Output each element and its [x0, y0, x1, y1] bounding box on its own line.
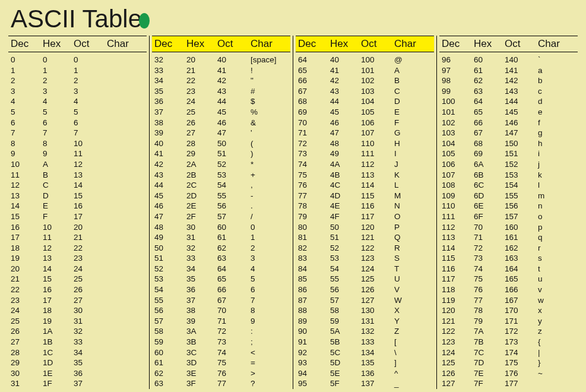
table-row: 6743103C: [296, 86, 434, 97]
cell-hex: 53: [330, 253, 361, 264]
table-row: 623E76>: [152, 368, 290, 379]
cell-dec: 15: [8, 211, 43, 222]
cell-dec: 120: [439, 305, 474, 316]
cell-hex: 5E: [330, 368, 361, 379]
cell-dec: 119: [439, 295, 474, 306]
table-row: 666: [8, 118, 147, 128]
cell-oct: 154: [505, 180, 538, 191]
cell-char: M: [394, 191, 401, 201]
cell-dec: 76: [296, 180, 330, 191]
table-row: 6541101A: [296, 65, 434, 76]
cell-char: ^: [394, 368, 398, 379]
cell-oct: 142: [505, 75, 538, 86]
cell-oct: 5: [74, 107, 107, 118]
cell-hex: B: [43, 170, 74, 181]
cell-hex: 6: [43, 118, 74, 128]
table-row: 603C74<: [152, 347, 290, 358]
cell-hex: 3: [43, 86, 74, 97]
cell-dec: 112: [439, 222, 474, 233]
cell-char: 1: [251, 232, 255, 243]
cell-hex: 1B: [43, 337, 74, 347]
table-row: 12C14: [8, 180, 147, 191]
cell-hex: 5D: [330, 358, 361, 368]
cell-hex: 28: [186, 138, 217, 149]
cell-dec: 37: [152, 107, 186, 118]
table-row: 281C34: [8, 347, 147, 358]
cell-dec: 64: [296, 55, 330, 65]
cell-dec: 106: [439, 159, 474, 170]
table-row: 432B53+: [152, 170, 290, 181]
cell-char: {: [538, 337, 541, 347]
cell-dec: 18: [8, 243, 43, 254]
cell-oct: 161: [505, 232, 538, 243]
table-row: 5436666: [152, 284, 290, 295]
cell-dec: 8: [8, 138, 43, 149]
cell-oct: 117: [361, 211, 394, 222]
cell-oct: 63: [217, 253, 251, 264]
cell-hex: 41: [330, 65, 361, 76]
cell-dec: 86: [296, 284, 330, 295]
cell-hex: 65: [474, 107, 505, 118]
table-row: 261A32: [8, 326, 147, 337]
cell-dec: 80: [296, 222, 330, 233]
cell-dec: 50: [152, 243, 186, 254]
cell-dec: 58: [152, 326, 186, 337]
table-row: 8353123S: [296, 253, 434, 264]
cell-oct: 75: [217, 358, 251, 368]
table-row: 15F17: [8, 211, 147, 222]
cell-dec: 52: [152, 264, 186, 274]
table-row: 11B13: [8, 170, 147, 181]
cell-hex: 6D: [474, 191, 505, 201]
ascii-column-2: DecHexOctChar322040[space]332141!342242"…: [149, 36, 293, 389]
cell-oct: 165: [505, 274, 538, 284]
cell-oct: 132: [361, 326, 394, 337]
cell-oct: 162: [505, 243, 538, 254]
cell-hex: 73: [474, 253, 505, 264]
table-row: 5335655: [152, 274, 290, 284]
table-row: 1066A152j: [439, 159, 578, 170]
cell-oct: 4: [74, 96, 107, 107]
table-row: 8555125U: [296, 274, 434, 284]
table-row: 8959131Y: [296, 316, 434, 327]
cell-dec: 89: [296, 316, 330, 327]
cell-char: `: [538, 55, 541, 65]
cell-oct: 52: [217, 159, 251, 170]
cell-hex: 5C: [330, 347, 361, 358]
cell-dec: 116: [439, 264, 474, 274]
cell-dec: 71: [296, 128, 330, 138]
table-row: 12078170x: [439, 305, 578, 316]
cell-oct: 174: [505, 347, 538, 358]
cell-oct: 41: [217, 65, 251, 76]
table-row: 452D55-: [152, 191, 290, 201]
table-row: 7046106F: [296, 118, 434, 128]
cell-oct: 122: [361, 243, 394, 254]
table-row: 613D75=: [152, 358, 290, 368]
column-header: DecHexOctChar: [8, 36, 147, 52]
table-row: 633F77?: [152, 378, 290, 389]
cell-hex: 62: [474, 75, 505, 86]
cell-char: D: [394, 96, 400, 107]
cell-hex: 19: [43, 316, 74, 327]
column-rows: 6440100@6541101A6642102B6743103C6844104D…: [296, 52, 434, 389]
cell-char: f: [538, 118, 540, 128]
table-row: 171121: [8, 232, 147, 243]
table-row: 442C54,: [152, 180, 290, 191]
cell-hex: 64: [474, 96, 505, 107]
cell-oct: 61: [217, 232, 251, 243]
cell-oct: 32: [74, 326, 107, 337]
cell-hex: 12: [43, 243, 74, 254]
table-row: 111: [8, 65, 147, 76]
cell-dec: 99: [439, 86, 474, 97]
cell-char: x: [538, 305, 542, 316]
cell-char: 2: [251, 243, 255, 254]
cell-char: s: [538, 253, 542, 264]
table-row: 251931: [8, 316, 147, 327]
header-oct: Oct: [505, 38, 538, 50]
cell-dec: 34: [152, 75, 186, 86]
table-row: 462E56.: [152, 201, 290, 211]
cell-char: %: [251, 107, 258, 118]
cell-oct: 25: [74, 274, 107, 284]
cell-hex: 1E: [43, 368, 74, 379]
cell-char: 6: [251, 284, 255, 295]
cell-char: w: [538, 295, 544, 306]
